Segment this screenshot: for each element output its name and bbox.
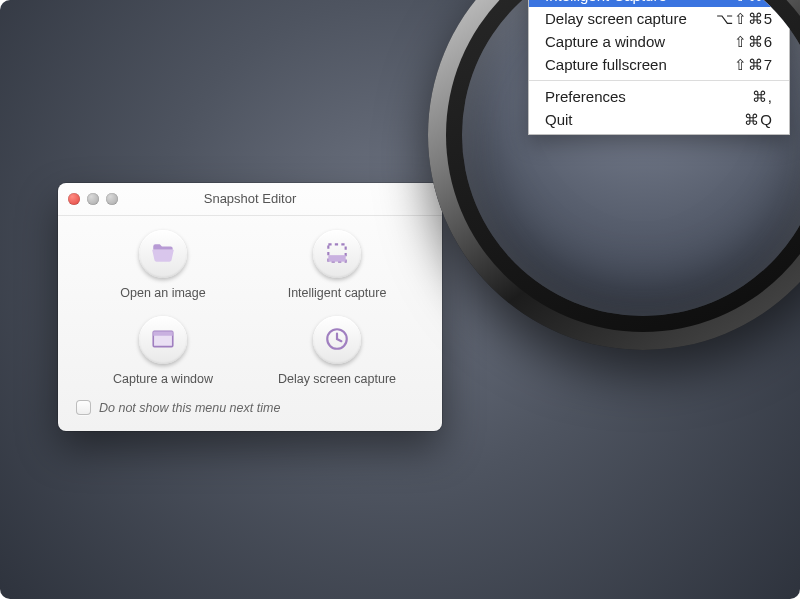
menu-separator <box>529 80 789 81</box>
folder-icon <box>150 240 176 269</box>
capture-window-label: Capture a window <box>113 372 213 386</box>
magnifier: Mon 6:16 Intelligent Capture ⇧⌘5 Delay s… <box>428 0 800 350</box>
menu-item-shortcut: ⇧⌘6 <box>734 33 773 51</box>
snapshot-editor-window: Snapshot Editor Open an image Intelligen… <box>58 183 442 431</box>
delay-capture-tile[interactable]: Delay screen capture <box>250 316 424 386</box>
dont-show-label: Do not show this menu next time <box>99 401 280 415</box>
svg-rect-1 <box>328 255 345 261</box>
menu-item-label: Quit <box>545 111 573 128</box>
intelligent-capture-tile[interactable]: Intelligent capture <box>250 230 424 300</box>
menu-item-quit[interactable]: Quit ⌘Q <box>529 108 789 131</box>
menu-item-shortcut: ⌘Q <box>744 111 773 129</box>
minimize-traffic-light[interactable] <box>87 193 99 205</box>
svg-rect-3 <box>153 331 173 335</box>
menu-item-label: Capture fullscreen <box>545 56 667 73</box>
capture-window-tile[interactable]: Capture a window <box>76 316 250 386</box>
menu-item-shortcut: ⇧⌘7 <box>734 56 773 74</box>
status-menu-dropdown: Intelligent Capture ⇧⌘5 Delay screen cap… <box>528 0 790 135</box>
window-title: Snapshot Editor <box>204 191 297 206</box>
dont-show-checkbox[interactable] <box>76 400 91 415</box>
menu-item-delay-capture[interactable]: Delay screen capture ⌥⇧⌘5 <box>529 7 789 30</box>
window-titlebar[interactable]: Snapshot Editor <box>58 183 442 216</box>
menu-item-label: Delay screen capture <box>545 10 687 27</box>
delay-capture-label: Delay screen capture <box>278 372 396 386</box>
menu-item-capture-window[interactable]: Capture a window ⇧⌘6 <box>529 30 789 53</box>
window-icon <box>150 326 176 355</box>
zoom-traffic-light[interactable] <box>106 193 118 205</box>
menu-item-label: Preferences <box>545 88 626 105</box>
open-image-tile[interactable]: Open an image <box>76 230 250 300</box>
selection-icon <box>324 240 350 269</box>
intelligent-capture-label: Intelligent capture <box>288 286 387 300</box>
menu-item-intelligent-capture[interactable]: Intelligent Capture ⇧⌘5 <box>529 0 789 7</box>
menu-item-label: Capture a window <box>545 33 665 50</box>
menu-item-capture-fullscreen[interactable]: Capture fullscreen ⇧⌘7 <box>529 53 789 76</box>
close-traffic-light[interactable] <box>68 193 80 205</box>
menu-item-label: Intelligent Capture <box>545 0 667 4</box>
menu-item-shortcut: ⌥⇧⌘5 <box>716 10 773 28</box>
menu-item-preferences[interactable]: Preferences ⌘, <box>529 85 789 108</box>
clock-icon <box>324 326 350 355</box>
open-image-label: Open an image <box>120 286 205 300</box>
menu-item-shortcut: ⌘, <box>752 88 773 106</box>
